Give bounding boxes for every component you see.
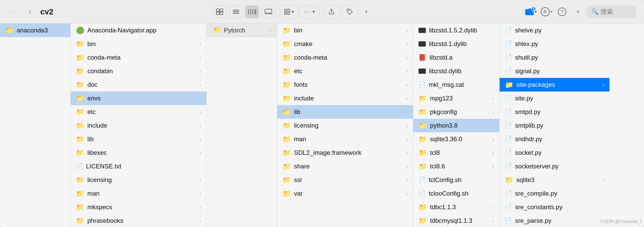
folder-icon: 📁 bbox=[76, 149, 84, 157]
list-item[interactable]: 📄 socketserver.py bbox=[500, 160, 609, 173]
list-item[interactable]: 📁 tdbc1.1.3 › bbox=[413, 200, 499, 214]
list-item[interactable]: 📁 mpg123 › bbox=[413, 92, 499, 105]
chevron-icon: › bbox=[199, 109, 201, 115]
item-name: pkgconfig bbox=[430, 108, 489, 116]
list-item[interactable]: 📄 shlex.py bbox=[500, 37, 609, 51]
column-pytorch-contents: 📁 bin › 📁 cmake › 📁 conda-meta › 📁 etc ›… bbox=[277, 24, 413, 227]
list-item[interactable]: 📁 conda-meta › bbox=[277, 51, 413, 64]
list-item[interactable]: 📄 tclooConfig.sh bbox=[413, 187, 499, 200]
list-item[interactable]: 📁 etc › bbox=[277, 64, 413, 78]
arrange-button[interactable]: ▾ bbox=[280, 5, 298, 18]
search-box[interactable]: 🔍 bbox=[587, 5, 636, 18]
chevron-icon: › bbox=[492, 136, 494, 142]
list-item[interactable]: libzstd.dylib bbox=[413, 64, 499, 78]
search-input[interactable] bbox=[601, 8, 632, 15]
list-item[interactable]: 📁 var › bbox=[277, 187, 413, 200]
list-item[interactable]: 📁 python3.8 › bbox=[413, 119, 499, 132]
list-item[interactable]: 📁 tdbcmysql1.1.3 › bbox=[413, 214, 499, 227]
list-item[interactable]: 📄 smtplib.py bbox=[500, 119, 609, 132]
list-item[interactable]: 📄 sndhdr.py bbox=[500, 132, 609, 146]
list-item[interactable]: 📁 libexec › bbox=[71, 146, 206, 160]
list-item[interactable]: 📁 doc › bbox=[71, 78, 206, 92]
list-item[interactable]: 📁 bin › bbox=[277, 24, 413, 37]
chevron-icon: › bbox=[199, 41, 201, 47]
list-item[interactable]: 📁 condabin › bbox=[71, 64, 206, 78]
list-item[interactable]: libzstd.1.dylib bbox=[413, 37, 499, 51]
list-item[interactable]: 📕 libzstd.a bbox=[413, 51, 499, 64]
chevron-icon: › bbox=[199, 177, 201, 183]
svg-text:?: ? bbox=[561, 9, 563, 14]
list-item[interactable]: 📁 include › bbox=[71, 119, 206, 132]
chevron-icon: › bbox=[406, 150, 408, 156]
svg-point-21 bbox=[348, 10, 349, 11]
list-item[interactable]: 📁 share › bbox=[277, 160, 413, 173]
icon-view-button[interactable] bbox=[213, 5, 227, 18]
list-item[interactable]: 📄 sre_compile.py bbox=[500, 187, 609, 200]
list-item[interactable]: 📁 phrasebooks › bbox=[71, 214, 206, 227]
list-item[interactable]: 📁 bin › bbox=[71, 37, 206, 51]
folder-shortcut-button[interactable]: 0 ▾ bbox=[524, 5, 537, 18]
list-item[interactable]: 📁 sqlite3 › bbox=[500, 173, 609, 187]
list-item[interactable]: 📁 sqlite3.36.0 › bbox=[413, 132, 499, 146]
chevron-icon: › bbox=[492, 204, 494, 210]
list-item[interactable]: 📁 man › bbox=[71, 187, 206, 200]
list-item[interactable]: 📄 site.py bbox=[500, 92, 609, 105]
chevron-icon: › bbox=[406, 136, 408, 142]
list-view-button[interactable] bbox=[229, 5, 243, 18]
gallery-view-button[interactable] bbox=[262, 5, 275, 18]
svg-rect-2 bbox=[216, 12, 219, 15]
folder-icon: 📁 bbox=[76, 40, 84, 48]
list-item[interactable]: 📁 tcl8.6 › bbox=[413, 160, 499, 173]
list-item[interactable]: 📄 shelve.py bbox=[500, 24, 609, 37]
item-name: licensing bbox=[87, 176, 196, 184]
list-item[interactable]: 📄 sre_constants.py bbox=[500, 200, 609, 214]
list-item[interactable]: 📄 shutil.py bbox=[500, 51, 609, 64]
more-actions-button[interactable]: ··· ▾ bbox=[300, 5, 319, 18]
list-item[interactable]: 📁 tcl8 › bbox=[413, 146, 499, 160]
list-item[interactable]: 📄 smtpd.py bbox=[500, 105, 609, 119]
r-badge-button[interactable]: R ▾ bbox=[540, 5, 553, 18]
list-item[interactable]: 📁 include › bbox=[277, 92, 413, 105]
chevron-icon: › bbox=[406, 95, 408, 101]
list-item[interactable]: 📄 LICENSE.txt bbox=[71, 160, 206, 173]
forward-button[interactable]: › bbox=[24, 6, 36, 18]
list-item[interactable]: 📁 lib › bbox=[71, 132, 206, 146]
list-item[interactable]: 📁 man › bbox=[277, 132, 413, 146]
list-item[interactable]: 📁 ssl › bbox=[277, 173, 413, 187]
column-lib-contents: libzstd.1.5.2.dylib libzstd.1.dylib 📕 li… bbox=[413, 24, 500, 227]
list-item[interactable]: 📁 envs › bbox=[71, 92, 206, 105]
list-item[interactable]: 📁 mkspecs › bbox=[71, 200, 206, 214]
item-name: sqlite3.36.0 bbox=[430, 135, 489, 143]
list-item[interactable]: 📁 SDL2_image.framework › bbox=[277, 146, 413, 160]
list-item[interactable]: libzstd.1.5.2.dylib bbox=[413, 24, 499, 37]
column-view-button[interactable] bbox=[245, 5, 259, 18]
folder-icon: 📁 bbox=[76, 217, 84, 225]
list-item[interactable]: 📄 socket.py bbox=[500, 146, 609, 160]
list-item[interactable]: 📁 fonts › bbox=[277, 78, 413, 92]
dropdown-button[interactable]: ▾ bbox=[360, 5, 373, 18]
list-item[interactable]: 📁 licensing › bbox=[277, 119, 413, 132]
list-item[interactable]: 📁 cmake › bbox=[277, 37, 413, 51]
folder-icon: 📁 bbox=[76, 122, 84, 130]
list-item[interactable]: 📄 mkl_msg.cat bbox=[413, 78, 499, 92]
item-name: tcl8.6 bbox=[430, 163, 489, 170]
list-item[interactable]: 📁 licensing › bbox=[71, 173, 206, 187]
list-item[interactable]: 📁 conda-meta › bbox=[71, 51, 206, 64]
tag-button[interactable] bbox=[342, 5, 358, 18]
list-item[interactable]: 🟢 Anaconda-Navigator.app bbox=[71, 24, 206, 37]
list-item[interactable]: 📁 anaconda3 › bbox=[0, 24, 70, 37]
list-item[interactable]: 📄 sre_parse.py bbox=[500, 214, 609, 227]
back-button[interactable]: ‹ bbox=[8, 6, 19, 18]
folder-icon: 📁 bbox=[419, 135, 427, 143]
list-item[interactable]: 📁 lib › bbox=[277, 105, 413, 119]
item-name: sndhdr.py bbox=[515, 135, 604, 143]
help-button[interactable]: ? bbox=[556, 5, 568, 18]
list-item[interactable]: 📄 tclConfig.sh bbox=[413, 173, 499, 187]
share-button[interactable] bbox=[324, 5, 339, 18]
expand-button[interactable]: ▾ bbox=[572, 5, 584, 18]
list-item[interactable]: 📁 etc › bbox=[71, 105, 206, 119]
list-item[interactable]: 📁 site-packages › bbox=[500, 78, 609, 92]
item-name: libzstd.dylib bbox=[429, 67, 494, 75]
list-item[interactable]: 📁 pkgconfig › bbox=[413, 105, 499, 119]
list-item[interactable]: 📄 signal.py bbox=[500, 64, 609, 78]
